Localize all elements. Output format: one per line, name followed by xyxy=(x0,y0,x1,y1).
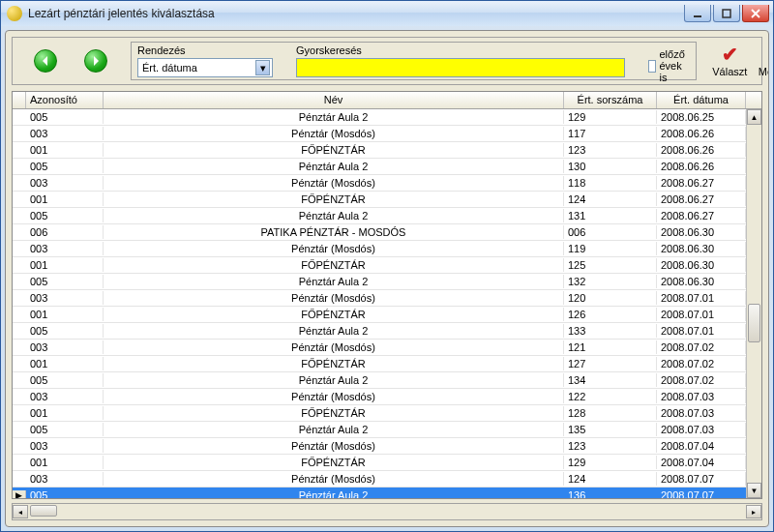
data-grid: Azonosító Név Ért. sorszáma Ért. dátuma … xyxy=(12,91,762,499)
table-row[interactable]: 005Pénztár Aula 21292008.06.25 xyxy=(13,109,761,126)
cell-date: 2008.07.01 xyxy=(657,324,746,338)
column-id[interactable]: Azonosító xyxy=(26,92,104,108)
cell-id: 003 xyxy=(26,127,104,140)
cell-sorszam: 117 xyxy=(564,127,657,140)
cell-name: Pénztár Aula 2 xyxy=(104,373,564,387)
cell-id: 001 xyxy=(26,406,104,420)
table-row[interactable]: 005Pénztár Aula 21342008.07.02 xyxy=(13,372,761,389)
cell-date: 2008.07.02 xyxy=(657,373,746,387)
cell-id: 005 xyxy=(26,423,104,436)
cell-date: 2008.06.27 xyxy=(657,192,746,206)
sort-value: Ért. dátuma xyxy=(142,62,197,74)
table-row[interactable]: 003Pénztár (Mosdós)1242008.07.07 xyxy=(13,471,761,488)
cell-id: 005 xyxy=(26,209,104,222)
cell-id: 005 xyxy=(26,324,104,338)
table-row[interactable]: 001FŐPÉNZTÁR1232008.06.26 xyxy=(13,142,761,159)
cell-sorszam: 125 xyxy=(564,258,657,272)
cell-sorszam: 132 xyxy=(564,275,657,288)
cell-name: Pénztár Aula 2 xyxy=(104,160,564,173)
table-row[interactable]: 001FŐPÉNZTÁR1262008.07.01 xyxy=(13,307,761,323)
cell-sorszam: 131 xyxy=(564,209,657,222)
table-row[interactable]: 005Pénztár Aula 21302008.06.26 xyxy=(13,159,761,175)
scroll-track[interactable] xyxy=(747,125,761,483)
table-row[interactable]: 001FŐPÉNZTÁR1242008.06.27 xyxy=(13,192,761,208)
cell-sorszam: 134 xyxy=(564,373,657,387)
cell-date: 2008.07.04 xyxy=(657,439,746,453)
scroll-left-button[interactable]: ◂ xyxy=(13,505,28,518)
cell-date: 2008.07.02 xyxy=(657,357,746,370)
scroll-thumb[interactable] xyxy=(748,304,760,342)
horizontal-scrollbar[interactable]: ◂ ▸ xyxy=(12,503,762,520)
table-row[interactable]: 003Pénztár (Mosdós)1212008.07.02 xyxy=(13,340,761,356)
cell-id: 001 xyxy=(26,357,104,370)
minimize-button[interactable] xyxy=(684,5,711,22)
table-row[interactable]: 005Pénztár Aula 21322008.06.30 xyxy=(13,274,761,290)
cell-name: FŐPÉNZTÁR xyxy=(104,143,564,157)
cell-id: 003 xyxy=(26,390,104,403)
scroll-up-button[interactable]: ▲ xyxy=(747,109,761,125)
table-row[interactable]: ▶005Pénztár Aula 21362008.07.07 xyxy=(13,488,761,498)
sort-label: Rendezés xyxy=(137,44,273,56)
titlebar[interactable]: Lezárt pénztári jelentés kiválasztása xyxy=(1,1,773,26)
cell-name: Pénztár (Mosdós) xyxy=(104,242,564,255)
cell-id: 001 xyxy=(26,192,104,206)
column-name[interactable]: Név xyxy=(104,92,564,108)
table-row[interactable]: 003Pénztár (Mosdós)1172008.06.26 xyxy=(13,126,761,142)
sort-select[interactable]: Ért. dátuma ▾ xyxy=(137,58,273,77)
cell-sorszam: 130 xyxy=(564,160,657,173)
scroll-down-button[interactable]: ▼ xyxy=(747,483,761,498)
column-sorszam[interactable]: Ért. sorszáma xyxy=(564,92,657,108)
cancel-button[interactable]: ✘ Mégse xyxy=(755,44,769,77)
table-row[interactable]: 001FŐPÉNZTÁR1252008.06.30 xyxy=(13,257,761,274)
table-row[interactable]: 001FŐPÉNZTÁR1282008.07.03 xyxy=(13,405,761,422)
forward-button[interactable] xyxy=(84,49,107,73)
back-button[interactable] xyxy=(34,49,57,73)
table-row[interactable]: 003Pénztár (Mosdós)1222008.07.03 xyxy=(13,389,761,405)
table-row[interactable]: 005Pénztár Aula 21312008.06.27 xyxy=(13,208,761,224)
cell-name: Pénztár Aula 2 xyxy=(104,423,564,436)
table-row[interactable]: 003Pénztár (Mosdós)1232008.07.04 xyxy=(13,438,761,455)
h-scroll-thumb[interactable] xyxy=(30,505,57,517)
cell-name: FŐPÉNZTÁR xyxy=(104,258,564,272)
search-input[interactable] xyxy=(296,58,625,77)
cell-name: PATIKA PÉNZTÁR - MOSDÓS xyxy=(104,225,564,239)
cell-id: 005 xyxy=(26,110,104,124)
cell-name: Pénztár Aula 2 xyxy=(104,324,564,338)
toolbar: Rendezés Ért. dátuma ▾ Gyorskeresés előz… xyxy=(12,37,762,85)
cell-sorszam: 123 xyxy=(564,143,657,157)
maximize-button[interactable] xyxy=(713,5,740,22)
choose-button[interactable]: ✔ Választ xyxy=(710,44,749,77)
table-row[interactable]: 005Pénztár Aula 21352008.07.03 xyxy=(13,422,761,438)
cell-date: 2008.06.27 xyxy=(657,209,746,222)
check-icon: ✔ xyxy=(722,44,738,64)
scroll-right-button[interactable]: ▸ xyxy=(746,505,761,518)
table-row[interactable]: 006PATIKA PÉNZTÁR - MOSDÓS0062008.06.30 xyxy=(13,224,761,241)
table-row[interactable]: 003Pénztár (Mosdós)1202008.07.01 xyxy=(13,290,761,307)
cell-id: 003 xyxy=(26,472,104,486)
cell-date: 2008.07.07 xyxy=(657,488,746,498)
table-row[interactable]: 001FŐPÉNZTÁR1272008.07.02 xyxy=(13,356,761,372)
close-button[interactable] xyxy=(742,5,769,22)
cell-date: 2008.07.07 xyxy=(657,472,746,486)
vertical-scrollbar[interactable]: ▲ ▼ xyxy=(746,109,761,498)
cell-name: FŐPÉNZTÁR xyxy=(104,357,564,370)
cell-name: FŐPÉNZTÁR xyxy=(104,192,564,206)
prev-years-checkbox[interactable] xyxy=(648,60,656,73)
cell-id: 003 xyxy=(26,439,104,453)
cell-date: 2008.07.02 xyxy=(657,340,746,354)
cell-id: 003 xyxy=(26,242,104,255)
grid-body[interactable]: 005Pénztár Aula 21292008.06.25003Pénztár… xyxy=(13,109,761,498)
cell-name: Pénztár Aula 2 xyxy=(104,209,564,222)
cell-name: Pénztár Aula 2 xyxy=(104,488,564,498)
client-area: Rendezés Ért. dátuma ▾ Gyorskeresés előz… xyxy=(5,30,769,527)
h-scroll-track[interactable] xyxy=(28,505,746,518)
table-row[interactable]: 001FŐPÉNZTÁR1292008.07.04 xyxy=(13,455,761,471)
table-row[interactable]: 003Pénztár (Mosdós)1182008.06.27 xyxy=(13,175,761,192)
cell-date: 2008.07.03 xyxy=(657,423,746,436)
cell-date: 2008.06.25 xyxy=(657,110,746,124)
table-row[interactable]: 003Pénztár (Mosdós)1192008.06.30 xyxy=(13,241,761,257)
column-date[interactable]: Ért. dátuma xyxy=(657,92,746,108)
table-row[interactable]: 005Pénztár Aula 21332008.07.01 xyxy=(13,323,761,340)
cell-sorszam: 120 xyxy=(564,291,657,305)
cell-id: 005 xyxy=(26,275,104,288)
